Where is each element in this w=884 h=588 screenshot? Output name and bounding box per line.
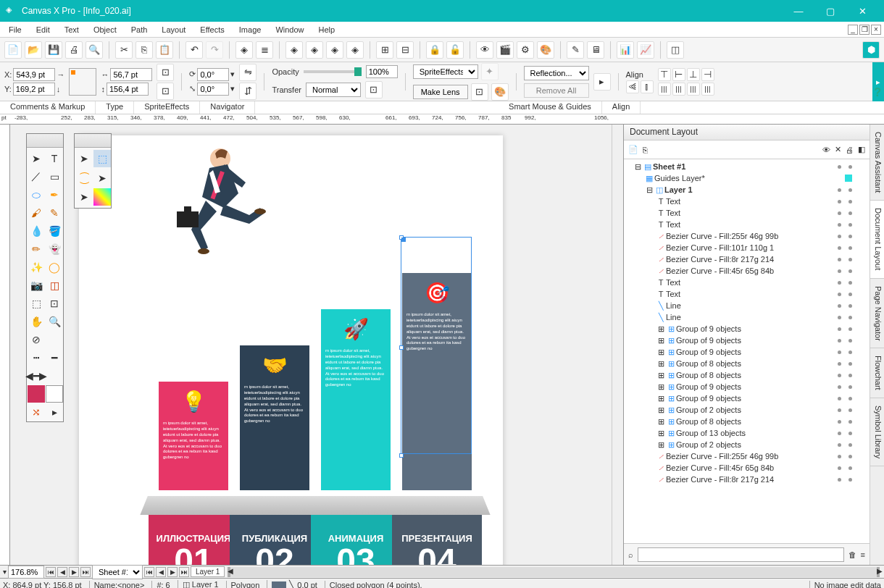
dist-4-button[interactable]: ⫼ [701, 83, 714, 96]
tree-row[interactable]: ╲ Line [625, 300, 868, 311]
layer-first-button[interactable]: ⏮ [144, 567, 154, 577]
pen-tool[interactable]: ✒ [46, 186, 63, 203]
tree-dots[interactable] [838, 350, 867, 354]
arrow-down-icon[interactable]: ↓ [57, 85, 61, 93]
lens-opt-button[interactable]: ⊡ [471, 83, 488, 101]
tree-dots[interactable] [838, 339, 867, 343]
show-button[interactable]: 👁 [476, 41, 493, 59]
expand-icon[interactable]: ⊞ [656, 417, 666, 427]
tree-dots[interactable] [838, 316, 867, 319]
tab-navigator[interactable]: Navigator [200, 101, 255, 114]
dropdown-icon[interactable]: ▾ [230, 84, 235, 93]
display-button[interactable]: 🖥 [587, 41, 604, 59]
height-input[interactable] [107, 83, 149, 96]
tree-dots[interactable] [838, 235, 867, 238]
tree-dots[interactable] [838, 408, 867, 412]
dist-3-button[interactable]: ⫼ [687, 83, 700, 96]
wand-tool[interactable]: ✨ [28, 259, 45, 276]
tree-dots[interactable] [838, 443, 867, 447]
scale-h-button[interactable]: ⊡ [157, 83, 174, 100]
vtab-pagenav[interactable]: Page Navigator [870, 279, 884, 349]
opacity-input[interactable] [366, 65, 398, 78]
tree-row[interactable]: ⊞⊞ Group of 9 objects [625, 323, 868, 335]
tree-dots[interactable] [838, 211, 867, 215]
tree-row[interactable]: ⊟▤ Sheet #1 [625, 161, 868, 172]
print-button[interactable]: 🖨 [65, 41, 83, 59]
layer-tree[interactable]: ⊟▤ Sheet #1▦ Guides Layer*⊟◫ Layer 1T Te… [624, 159, 870, 543]
menu-window[interactable]: Window [270, 24, 309, 35]
chart-button[interactable]: 📊 [617, 41, 634, 59]
rect-tool[interactable]: ▭ [46, 168, 63, 185]
pencil-tool[interactable]: ✎ [46, 204, 63, 222]
expand-icon[interactable]: ⊞ [656, 440, 666, 450]
tab-type[interactable]: Type [96, 101, 134, 114]
sheet-select[interactable]: Sheet #1 [92, 565, 143, 579]
removeall-button[interactable]: Remove All [524, 83, 589, 98]
arrow-style-tool[interactable]: ◀━▶ [28, 367, 45, 385]
visibility-icon[interactable]: 👁 [822, 146, 830, 154]
zoom-tool[interactable]: 🔍 [46, 313, 63, 330]
tree-row[interactable]: ╲ Line [625, 311, 868, 323]
tree-row[interactable]: ⊞⊞ Group of 13 objects [625, 427, 868, 439]
layer-last-button[interactable]: ⏭ [179, 567, 189, 577]
expand-icon[interactable]: ⊟ [633, 162, 643, 172]
first-page-button[interactable]: ⏮ [46, 567, 56, 577]
align-bot-button[interactable]: ⊥ [687, 68, 700, 81]
last-page-button[interactable]: ⏭ [80, 567, 91, 577]
tree-row[interactable]: ⊞⊞ Group of 8 objects [625, 358, 868, 369]
help-button[interactable]: ? [874, 86, 881, 99]
tree-row[interactable]: ⟋ Bezier Curve - Fill:255r 46g 99b [625, 230, 868, 242]
find-icon[interactable]: ⌕ [628, 550, 633, 559]
layer-next-button[interactable]: ▶ [167, 567, 178, 577]
backward-button[interactable]: ◈ [346, 41, 364, 59]
tree-dots[interactable] [838, 200, 867, 203]
zoom-input[interactable] [8, 566, 44, 579]
tree-row[interactable]: ⟋ Bezier Curve - Fill:101r 110g 1 [625, 242, 868, 253]
tree-dots[interactable] [838, 165, 867, 169]
send-back-button[interactable]: ◈ [306, 41, 323, 59]
tab-sprite[interactable]: SpriteEffects [134, 101, 200, 114]
find-input[interactable] [638, 547, 844, 562]
redo-button[interactable]: ↷ [206, 41, 223, 59]
expand-icon[interactable]: ⊞ [656, 382, 666, 392]
bg-color[interactable] [46, 385, 63, 403]
unlock-button[interactable]: 🔓 [446, 41, 464, 59]
lens-color-button[interactable]: 🎨 [491, 83, 509, 101]
mdi-close-icon[interactable]: × [871, 25, 881, 35]
color-button[interactable]: 🎨 [537, 41, 554, 59]
undo-button[interactable]: ↶ [185, 41, 203, 59]
fill-tool[interactable]: 🪣 [46, 222, 63, 240]
canvas-area[interactable]: 💡m ipsum dolor sit amet, ietetuerlaodipi… [10, 125, 623, 565]
dist-v-button[interactable]: ⫼ [672, 83, 685, 96]
tab-comments[interactable]: Comments & Markup [0, 101, 96, 114]
flip-v-button[interactable]: ⇵ [239, 83, 257, 100]
close-button[interactable]: ✕ [846, 0, 878, 22]
tree-row[interactable]: ⊞⊞ Group of 9 objects [625, 381, 868, 392]
align-r-button[interactable]: ⊣ [701, 68, 714, 81]
open-button[interactable]: 📂 [25, 41, 42, 59]
prev-page-button[interactable]: ◀ [57, 567, 67, 577]
layers-button[interactable]: ◈ [235, 41, 253, 59]
makelens-button[interactable]: Make Lens [413, 85, 468, 99]
preview-button[interactable]: 🔍 [86, 41, 103, 59]
mdi-restore-icon[interactable]: ❐ [859, 25, 870, 35]
tree-dots[interactable] [838, 304, 867, 308]
vtab-symbols[interactable]: Symbol Library [870, 398, 884, 466]
tree-row[interactable]: T Text [625, 196, 868, 207]
vtab-flowchart[interactable]: Flowchart [870, 348, 884, 398]
dropdown-icon[interactable]: ▾ [230, 70, 235, 79]
brush-tool[interactable]: 🖌 [28, 204, 45, 222]
toolbox-main[interactable]: ➤ T ／ ▭ ⬭ ✒ 🖌 ✎ 💧 🪣 ✏ 👻 ✨ ◯ 📷 ◫ ⬚ ⊡ ✋ 🔍 … [26, 133, 64, 422]
menu-effects[interactable]: Effects [194, 24, 230, 35]
tree-row[interactable]: ⊞⊞ Group of 9 objects [625, 392, 868, 404]
tree-dots[interactable] [838, 455, 867, 458]
vtab-assistant[interactable]: Canvas Assistant [870, 125, 884, 201]
tree-row[interactable]: ⊞⊞ Group of 2 objects [625, 404, 868, 416]
minimize-button[interactable]: — [783, 0, 814, 22]
colorpick-tool[interactable] [93, 188, 111, 206]
menu-layout[interactable]: Layout [156, 24, 191, 35]
tree-dots[interactable] [838, 223, 867, 227]
mdi-minimize-icon[interactable]: _ [848, 25, 858, 35]
menu-object[interactable]: Object [88, 24, 122, 35]
pointer-tool[interactable]: ➤ [75, 150, 93, 167]
